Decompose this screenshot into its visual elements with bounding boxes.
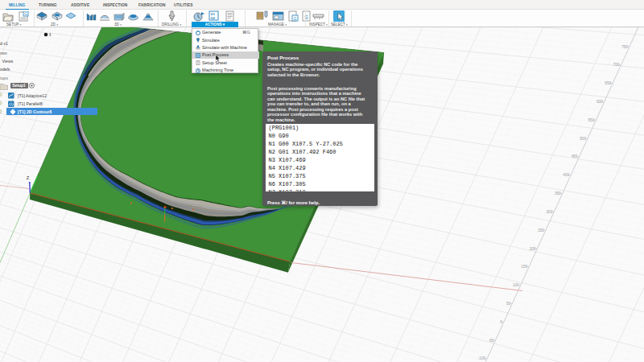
svg-text:750: 750 (621, 45, 628, 49)
svg-text:600: 600 (597, 100, 603, 104)
svg-text:G2: G2 (211, 16, 216, 20)
svg-text:-50: -50 (489, 339, 494, 343)
svg-text:250: 250 (538, 228, 544, 232)
svg-text:700: 700 (613, 63, 620, 67)
svg-text:G: G (24, 12, 27, 16)
svg-text:650: 650 (605, 81, 611, 85)
svg-text:350: 350 (555, 191, 561, 195)
svg-text:200: 200 (530, 247, 536, 251)
svg-text:G: G (294, 16, 297, 21)
svg-text:0: 0 (500, 320, 502, 324)
svg-text:150: 150 (521, 265, 527, 269)
svg-text:450: 450 (572, 154, 578, 158)
svg-text:500: 500 (580, 137, 586, 141)
svg-text:550: 550 (588, 118, 595, 122)
svg-text:-100: -100 (478, 356, 486, 360)
svg-text:100: 100 (513, 283, 519, 287)
svg-text:300: 300 (547, 210, 553, 214)
svg-text:400: 400 (563, 173, 569, 177)
svg-text:50: 50 (506, 302, 511, 306)
